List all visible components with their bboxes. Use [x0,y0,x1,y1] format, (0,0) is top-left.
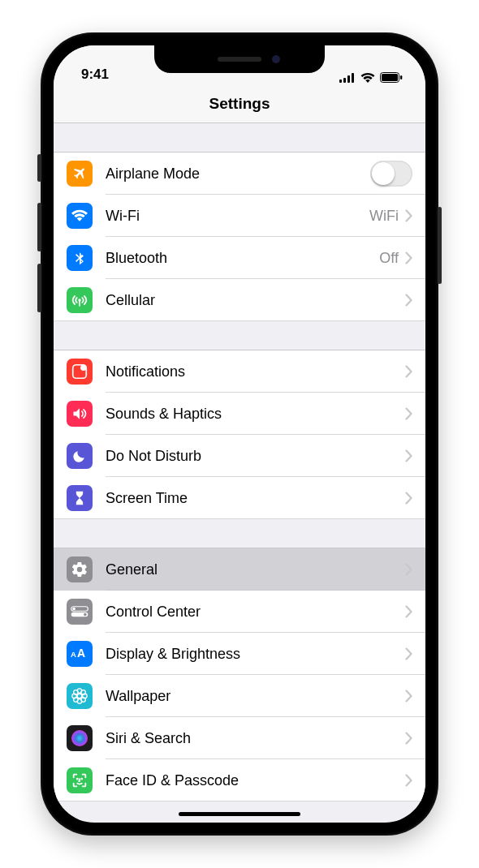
volume-up-button [37,203,41,251]
row-label: Notifications [106,363,405,380]
chevron-right-icon [405,774,412,787]
settings-group: GeneralControl CenterAADisplay & Brightn… [54,548,425,801]
settings-row-general[interactable]: General [54,548,425,591]
settings-row-airplane[interactable]: Airplane Mode [54,153,425,195]
group-separator [54,519,425,548]
svg-rect-6 [400,75,402,79]
row-label: Sounds & Haptics [106,406,405,423]
row-value: WiFi [369,208,399,225]
settings-row-bluetooth[interactable]: BluetoothOff [54,237,425,279]
front-camera [272,55,280,63]
page-title: Settings [209,95,270,113]
group-separator [54,123,425,153]
row-label: Siri & Search [106,730,405,747]
svg-point-26 [71,730,88,746]
settings-row-sounds[interactable]: Sounds & Haptics [54,393,425,435]
svg-point-17 [77,694,82,698]
row-label: Do Not Disturb [106,448,405,465]
cellular-icon [67,287,93,313]
settings-group: NotificationsSounds & HapticsDo Not Dist… [54,350,425,519]
settings-row-wifi[interactable]: Wi-FiWiFi [54,195,425,237]
settings-list[interactable]: Airplane ModeWi-FiWiFiBluetoothOffCellul… [54,123,425,801]
svg-rect-8 [79,300,80,307]
row-label: Cellular [106,292,405,309]
flower-icon [67,683,93,709]
chevron-right-icon [405,449,412,462]
settings-row-notifications[interactable]: Notifications [54,350,425,393]
row-label: Display & Brightness [106,646,405,663]
chevron-right-icon [405,647,412,660]
notch [154,45,325,73]
row-label: Control Center [106,604,405,621]
svg-point-10 [80,364,87,371]
notifications-icon [67,359,93,385]
settings-row-display[interactable]: AADisplay & Brightness [54,633,425,675]
chevron-right-icon [405,209,412,222]
row-label: General [106,561,405,578]
svg-rect-2 [347,75,350,83]
row-label: Screen Time [106,490,405,507]
cellular-signal-icon [339,73,356,83]
chevron-right-icon [405,732,412,745]
volume-down-button [37,264,41,312]
siri-icon [67,725,93,751]
chevron-right-icon [405,690,412,703]
chevron-right-icon [405,407,412,420]
row-value: Off [379,250,399,267]
svg-point-28 [81,779,82,780]
power-button [438,207,442,284]
sounds-icon [67,401,93,427]
row-label: Face ID & Passcode [106,772,405,789]
home-indicator[interactable] [179,812,300,816]
settings-group: Airplane ModeWi-FiWiFiBluetoothOffCellul… [54,153,425,321]
airplane-icon [67,161,93,187]
settings-row-siri[interactable]: Siri & Search [54,717,425,759]
svg-rect-3 [352,73,354,83]
svg-rect-1 [343,78,346,83]
screen: 9:41 Settings Airplane ModeWi-FiWiFiBlue… [54,45,425,823]
wifi-icon [67,203,93,229]
phone-frame: 9:41 Settings Airplane ModeWi-FiWiFiBlue… [41,32,438,836]
chevron-right-icon [405,563,412,576]
settings-row-dnd[interactable]: Do Not Disturb [54,435,425,477]
settings-row-cellular[interactable]: Cellular [54,279,425,321]
settings-row-wallpaper[interactable]: Wallpaper [54,675,425,717]
hourglass-icon [67,485,93,511]
svg-rect-5 [382,74,398,81]
switches-icon [67,599,93,625]
chevron-right-icon [405,365,412,378]
speaker [218,57,261,62]
face-icon [67,767,93,793]
chevron-right-icon [405,605,412,618]
settings-row-control[interactable]: Control Center [54,591,425,633]
svg-text:A: A [71,650,76,659]
gear-icon [67,556,93,582]
row-label: Wi-Fi [106,208,369,225]
airplane-toggle[interactable] [370,161,412,187]
chevron-right-icon [405,492,412,505]
svg-point-12 [72,608,76,611]
svg-text:A: A [77,647,85,660]
battery-icon [380,72,403,83]
svg-point-27 [77,779,78,780]
settings-row-screentime[interactable]: Screen Time [54,477,425,519]
mute-switch [37,154,41,182]
wifi-status-icon [360,73,375,83]
row-label: Wallpaper [106,688,405,705]
svg-rect-0 [339,79,342,83]
row-label: Bluetooth [106,250,379,267]
svg-point-14 [84,613,87,617]
settings-row-faceid[interactable]: Face ID & Passcode [54,759,425,801]
nav-bar: Settings [54,84,425,123]
group-separator [54,321,425,350]
aa-icon: AA [67,641,93,667]
chevron-right-icon [405,251,412,264]
bluetooth-icon [67,245,93,271]
moon-icon [67,443,93,469]
chevron-right-icon [405,294,412,307]
status-time: 9:41 [81,67,109,83]
row-label: Airplane Mode [106,165,370,183]
